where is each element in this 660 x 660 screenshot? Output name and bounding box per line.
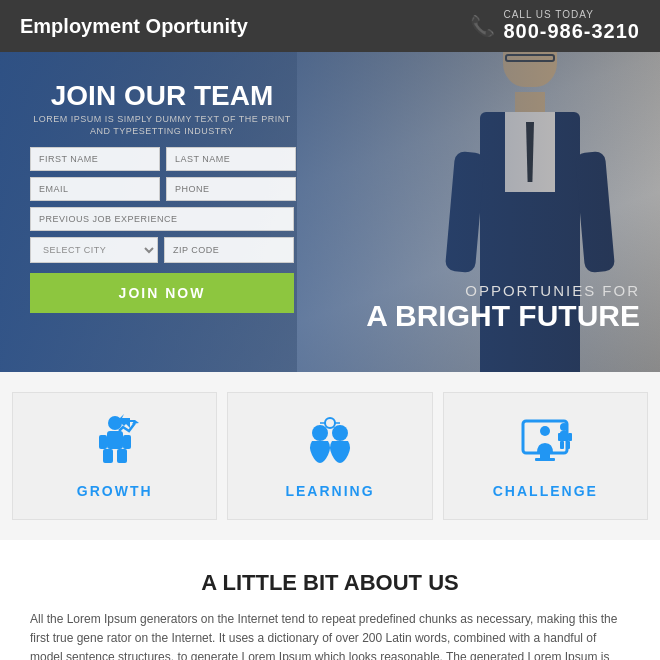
about-section: A LITTLE BIT ABOUT US All the Lorem Ipsu… [0,540,660,660]
svg-rect-4 [103,449,113,463]
tagline-bottom: A BRIGHT FUTURE [366,299,640,332]
call-label: CALL US TODAY [503,9,593,20]
location-row: SELECT CITY [30,237,294,263]
svg-point-8 [312,425,328,441]
about-title: A LITTLE BIT ABOUT US [30,570,630,596]
form-subtitle: LOREM IPSUM IS SIMPLY DUMMY TEXT OF THE … [30,114,294,137]
city-select[interactable]: SELECT CITY [30,237,158,263]
first-name-input[interactable] [30,147,160,171]
hero-section: JOIN OUR TEAM LOREM IPSUM IS SIMPLY DUMM… [0,52,660,372]
phone-icon: 📞 [470,14,495,38]
learning-label: LEARNING [285,483,374,499]
svg-rect-3 [123,435,131,449]
growth-label: GROWTH [77,483,153,499]
svg-rect-19 [558,433,562,441]
prev-job-input[interactable] [30,207,294,231]
challenge-label: CHALLENGE [493,483,598,499]
tagline-top: OPPORTUNIES FOR [366,282,640,299]
svg-rect-1 [107,431,123,449]
phone-section: 📞 CALL US TODAY 800-986-3210 [470,9,640,43]
form-panel: JOIN OUR TEAM LOREM IPSUM IS SIMPLY DUMM… [12,64,312,327]
svg-point-10 [325,418,335,428]
email-input[interactable] [30,177,160,201]
learning-icon [300,413,360,473]
hero-tagline: OPPORTUNIES FOR A BRIGHT FUTURE [366,282,640,332]
form-title: JOIN OUR TEAM [30,82,294,110]
learning-card: LEARNING [227,392,432,520]
svg-rect-20 [568,433,572,441]
svg-rect-5 [117,449,127,463]
join-button[interactable]: JOIN NOW [30,273,294,313]
svg-rect-21 [560,441,564,449]
phone-number: 800-986-3210 [503,20,640,43]
svg-rect-15 [540,453,550,458]
svg-rect-16 [535,458,555,461]
svg-point-9 [332,425,348,441]
signup-form: SELECT CITY JOIN NOW [30,147,294,313]
phone-input[interactable] [166,177,296,201]
contact-row [30,177,294,201]
challenge-icon [515,413,575,473]
svg-point-17 [560,423,568,431]
growth-icon [85,413,145,473]
challenge-card: CHALLENGE [443,392,648,520]
growth-card: GROWTH [12,392,217,520]
svg-rect-22 [566,441,570,449]
zip-input[interactable] [164,237,294,263]
features-section: GROWTH LEARNING [0,372,660,540]
phone-details: CALL US TODAY 800-986-3210 [503,9,640,43]
site-header: Employment Oportunity 📞 CALL US TODAY 80… [0,0,660,52]
svg-rect-2 [99,435,107,449]
last-name-input[interactable] [166,147,296,171]
site-title: Employment Oportunity [20,15,248,38]
svg-point-14 [540,426,550,436]
about-body: All the Lorem Ipsum generators on the In… [30,610,630,660]
name-row [30,147,294,171]
